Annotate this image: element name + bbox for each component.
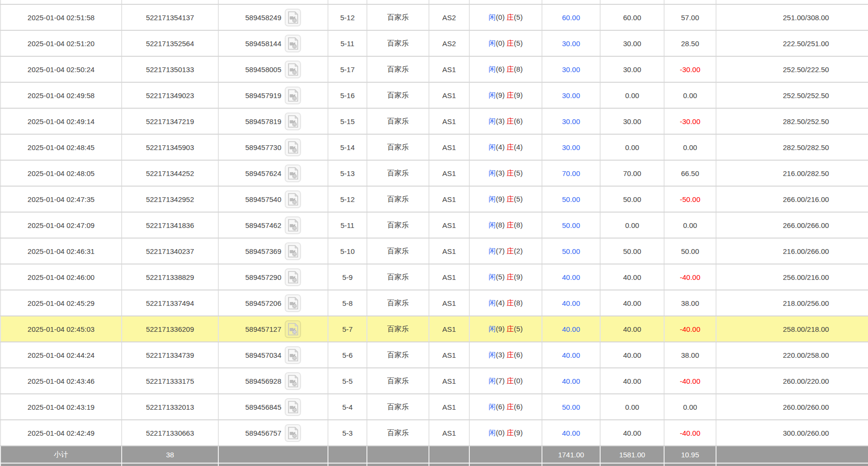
banker-result-label: 庄	[507, 143, 514, 151]
game-number: 589457919	[245, 91, 281, 100]
table-row[interactable]: 2025-01-04 02:47:09 522171341836 5894574…	[0, 212, 868, 238]
table-code: AS1	[429, 186, 469, 212]
bet-number: 522171345903	[122, 134, 218, 160]
replay-video-button[interactable]	[285, 139, 301, 156]
replay-video-button[interactable]	[285, 216, 301, 234]
bet-amount-cell: 40.00	[542, 342, 600, 368]
replay-video-button[interactable]	[285, 424, 301, 442]
bet-amount-link[interactable]: 40.00	[562, 299, 580, 307]
table-row[interactable]: 2025-01-04 02:48:05 522171344252 5894576…	[0, 160, 868, 186]
table-row[interactable]: 2025-01-04 02:50:24 522171350133 5894580…	[0, 56, 868, 82]
game-type: 百家乐	[367, 420, 429, 446]
replay-video-button[interactable]	[285, 190, 301, 208]
bet-time: 2025-01-04 02:49:58	[0, 82, 122, 108]
replay-video-button[interactable]	[285, 242, 301, 260]
table-row[interactable]: 2025-01-04 02:48:45 522171345903 5894577…	[0, 134, 868, 160]
bet-amount-cell: 60.00	[542, 4, 600, 30]
replay-video-button[interactable]	[285, 87, 301, 104]
bet-amount-link[interactable]: 60.00	[562, 13, 580, 22]
table-row[interactable]: 2025-01-04 02:51:58 522171354137 5894582…	[0, 4, 868, 30]
bet-amount-link[interactable]: 40.00	[562, 377, 580, 385]
table-row[interactable]: 2025-01-04 02:49:14 522171347219 5894578…	[0, 108, 868, 134]
player-result-label: 闲	[489, 325, 496, 333]
table-row[interactable]: 2025-01-04 02:45:03 522171336209 5894571…	[0, 316, 868, 342]
player-points: (4)	[496, 299, 504, 307]
winloss-cell: -30.00	[664, 56, 716, 82]
clipped-row-bottom	[0, 463, 868, 466]
replay-video-button[interactable]	[285, 35, 301, 52]
game-number-cell: 589457290	[218, 264, 328, 290]
table-row[interactable]: 2025-01-04 02:42:49 522171330663 5894567…	[0, 420, 868, 446]
replay-video-button[interactable]	[285, 372, 301, 390]
valid-amount: 40.00	[600, 316, 664, 342]
game-result: 闲(3) 庄(6)	[469, 342, 542, 368]
replay-video-button[interactable]	[285, 398, 301, 416]
bet-amount-link[interactable]: 40.00	[562, 325, 580, 333]
video-file-icon	[288, 323, 299, 336]
bet-amount-cell: 30.00	[542, 134, 600, 160]
bet-amount-link[interactable]: 50.00	[562, 195, 580, 203]
bet-amount-cell: 40.00	[542, 290, 600, 316]
subtotal-count: 38	[122, 446, 218, 463]
bet-amount-cell: 30.00	[542, 82, 600, 108]
table-code: AS1	[429, 108, 469, 134]
bet-amount-cell: 30.00	[542, 108, 600, 134]
bet-amount-link[interactable]: 40.00	[562, 273, 580, 281]
table-row[interactable]: 2025-01-04 02:49:58 522171349023 5894579…	[0, 82, 868, 108]
bet-amount-link[interactable]: 40.00	[562, 429, 580, 437]
game-result: 闲(6) 庄(6)	[469, 394, 542, 420]
game-number: 589457290	[245, 273, 281, 281]
player-points: (7)	[496, 247, 504, 255]
bet-amount-cell: 50.00	[542, 186, 600, 212]
bet-time: 2025-01-04 02:48:45	[0, 134, 122, 160]
bet-time: 2025-01-04 02:45:29	[0, 290, 122, 316]
table-row[interactable]: 2025-01-04 02:46:00 522171338829 5894572…	[0, 264, 868, 290]
bet-time: 2025-01-04 02:47:35	[0, 186, 122, 212]
valid-amount: 60.00	[600, 4, 664, 30]
replay-video-button[interactable]	[285, 164, 301, 182]
bet-number: 522171338829	[122, 264, 218, 290]
video-file-icon	[288, 37, 299, 50]
banker-result-label: 庄	[507, 325, 514, 333]
bet-amount-link[interactable]: 30.00	[562, 117, 580, 126]
table-row[interactable]: 2025-01-04 02:43:46 522171333175 5894569…	[0, 368, 868, 394]
replay-video-button[interactable]	[285, 320, 301, 338]
replay-video-button[interactable]	[285, 268, 301, 286]
bet-amount-link[interactable]: 30.00	[562, 39, 580, 48]
table-row[interactable]: 2025-01-04 02:43:19 522171332013 5894568…	[0, 394, 868, 420]
bet-amount-link[interactable]: 30.00	[562, 143, 580, 151]
game-number: 589457127	[245, 325, 281, 333]
game-number-cell: 589457127	[218, 316, 328, 342]
table-row[interactable]: 2025-01-04 02:47:35 522171342952 5894575…	[0, 186, 868, 212]
replay-video-button[interactable]	[285, 9, 301, 26]
bet-amount-link[interactable]: 70.00	[562, 169, 580, 177]
table-row[interactable]: 2025-01-04 02:46:31 522171340237 5894573…	[0, 238, 868, 264]
banker-points: (6)	[514, 351, 523, 359]
player-result-label: 闲	[489, 377, 496, 385]
banker-result-label: 庄	[507, 377, 514, 385]
game-number-cell: 589457624	[218, 160, 328, 186]
player-result-label: 闲	[489, 299, 496, 307]
replay-video-button[interactable]	[285, 113, 301, 130]
bet-amount-link[interactable]: 50.00	[562, 247, 580, 255]
winloss-cell: -40.00	[664, 316, 716, 342]
bet-amount-link[interactable]: 30.00	[562, 91, 580, 100]
winloss-cell: 57.00	[664, 4, 716, 30]
bet-amount-link[interactable]: 50.00	[562, 403, 580, 411]
bet-time: 2025-01-04 02:43:46	[0, 368, 122, 394]
banker-result-label: 庄	[507, 247, 514, 255]
winloss-cell: 66.50	[664, 160, 716, 186]
replay-video-button[interactable]	[285, 346, 301, 364]
table-row[interactable]: 2025-01-04 02:51:20 522171352564 5894581…	[0, 30, 868, 56]
winloss-cell: 0.00	[664, 134, 716, 160]
replay-video-button[interactable]	[285, 294, 301, 312]
bet-amount-link[interactable]: 30.00	[562, 65, 580, 74]
table-row[interactable]: 2025-01-04 02:45:29 522171337494 5894572…	[0, 290, 868, 316]
round-number: 5-11	[328, 30, 367, 56]
replay-video-button[interactable]	[285, 61, 301, 78]
bet-amount-link[interactable]: 40.00	[562, 351, 580, 359]
bet-amount-link[interactable]: 50.00	[562, 221, 580, 229]
banker-points: (5)	[514, 39, 523, 47]
table-row[interactable]: 2025-01-04 02:44:24 522171334739 5894570…	[0, 342, 868, 368]
subtotal-bet-total: 1741.00	[542, 446, 600, 463]
